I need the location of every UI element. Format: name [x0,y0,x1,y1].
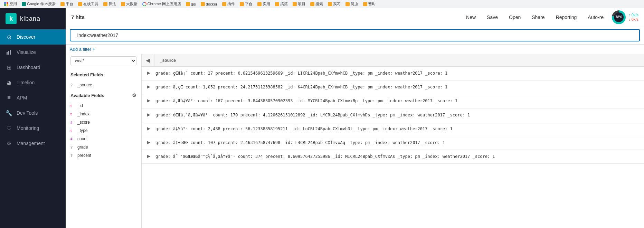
field-type-hash-icon2: # [70,137,75,141]
expand-row-button-2[interactable]: ▶ [147,98,152,103]
bookmark-7-label: gis [191,2,196,6]
bookmark-4[interactable]: 算法 [102,1,117,7]
sidebar-item-management[interactable]: ⚙ Management [0,136,66,151]
field-item-grade[interactable]: ? grade [66,143,141,151]
expand-row-button-3[interactable]: ▶ [147,112,152,117]
bookmark-10[interactable]: 平台 [238,1,254,7]
search-bar-container [66,26,644,45]
table-row: ▶ grade: çŒŒè¡¨ count: 27 precent: 0.621… [142,67,644,80]
open-button[interactable]: Open [506,13,523,21]
expand-row-button-1[interactable]: ▶ [147,84,152,89]
table-row: ▶ grade: éŒŒã‚ˆã‚Œâ‡¥â°· count: 179 prec… [142,108,644,122]
bookmark-13[interactable]: 项目 [291,1,307,7]
sidebar-item-timelion[interactable]: ◕ Timelion [0,75,66,90]
sidebar-item-visualize-label: Visualize [17,49,36,55]
bookmark-11[interactable]: 实用 [256,1,272,7]
field-item-precent[interactable]: ? precent [66,151,141,160]
field-precent-name: precent [77,153,91,158]
reporting-button[interactable]: Reporting [553,13,580,21]
bookmark-12[interactable]: 搞笑 [274,1,289,7]
new-button[interactable]: New [463,13,479,21]
sidebar-item-dashboard[interactable]: ⊞ Dashboard [0,60,66,75]
bookmark-7[interactable]: gis [184,2,197,7]
index-select[interactable]: wea* [70,56,136,65]
sidebar-item-management-label: Management [17,141,45,146]
field-count-name: count [77,136,87,141]
sidebar-item-discover[interactable]: ⊙ Discover [0,29,66,45]
bookmark-chrome[interactable]: Chrome 网上应用店 [141,1,182,7]
selected-fields-header: Selected Fields [66,69,141,81]
bookmark-1-label: Google 学术搜索 [27,1,56,7]
apm-icon: ≡ [6,94,12,101]
bookmark-9[interactable]: 插件 [221,1,236,7]
results-panel: ◀ _source ▶ grade: çŒŒè¡¨ count: 27 prec… [142,54,644,228]
share-button[interactable]: Share [529,13,547,21]
wrench-icon: 🔧 [6,110,12,116]
available-fields-header: Available Fields ⚙ [66,89,141,102]
field-item-count[interactable]: # count [66,135,141,143]
sidebar-item-devtools[interactable]: 🔧 Dev Tools [0,105,66,121]
expand-row-button-6[interactable]: ▶ [147,154,152,159]
content-area: wea* Selected Fields ? _source Available… [66,54,644,228]
table-row: ▶ grade: â‡¥â°· count: 2,438 precent: 56… [142,122,644,136]
field-item-id[interactable]: t _id [66,102,141,110]
bookmark-apps-label: 应用 [9,1,17,7]
top-toolbar: 7 hits New Save Open Share Reporting Aut… [66,8,644,26]
main-content: 7 hits New Save Open Share Reporting Aut… [66,8,644,228]
bookmark-8[interactable]: docker [199,2,219,7]
bookmark-14[interactable]: 搜索 [309,1,324,7]
bookmark-14-label: 搜索 [315,1,323,7]
index-selector: wea* [66,54,141,69]
settings-icon[interactable]: ⚙ [132,93,136,98]
bookmark-10-label: 平台 [245,1,253,7]
sidebar-item-monitoring[interactable]: ♡ Monitoring [0,121,66,136]
field-type-q-icon2: ? [70,154,75,158]
traffic-widget: 78% ↑ 0k/s ↓ 0k/s [612,10,638,24]
bookmark-13-label: 项目 [298,1,305,7]
table-row: ▶ grade: â˜¯'æŒŒæŒŒâ°°ç¾ˆã‚Œâ‡¥â°· count… [142,150,644,164]
bookmark-chrome-label: Chrome 网上应用店 [148,1,181,7]
field-item-type[interactable]: t _type [66,126,141,135]
bookmark-15[interactable]: 实习 [326,1,342,7]
bookmark-2[interactable]: 平台 [59,1,75,7]
autore-button[interactable]: Auto-re [585,13,606,21]
sidebar-logo: k kibana [0,8,66,29]
expand-row-button-4[interactable]: ▶ [147,126,152,131]
save-button[interactable]: Save [484,13,501,21]
field-item-score[interactable]: # _score [66,118,141,126]
expand-row-button-5[interactable]: ▶ [147,140,152,145]
bookmark-5[interactable]: 大数据 [120,1,139,7]
sidebar-item-monitoring-label: Monitoring [17,125,39,131]
sidebar-item-discover-label: Discover [17,34,35,40]
sidebar-item-timelion-label: Timelion [17,80,35,85]
selected-field-source[interactable]: ? _source [66,81,141,89]
sidebar-item-visualize[interactable]: Visualize [0,45,66,60]
bookmark-12-label: 搞笑 [280,1,288,7]
bookmark-apps[interactable]: 应用 [3,1,18,7]
table-row: ▶ grade: ã‚Œâ‡¥â°· count: 167 precent: 3… [142,94,644,108]
bookmark-1[interactable]: Google 学术搜索 [20,1,57,7]
bookmark-17[interactable]: 暂时 [362,1,377,7]
field-item-index[interactable]: t _index [66,110,141,118]
field-type-icon: ? [70,83,75,87]
traffic-up: ↑ 0k/s [628,13,638,17]
bookmark-15-label: 实习 [333,1,341,7]
kibana-icon: k [6,13,17,24]
bookmark-16[interactable]: 爬虫 [344,1,360,7]
toolbar-right: New Save Open Share Reporting Auto-re 78… [463,10,638,24]
svg-rect-0 [7,52,8,55]
result-content-5: grade: â‡±éŒŒ count: 107 precent: 2.4631… [155,140,638,146]
result-content-6: grade: â˜¯'æŒŒæŒŒâ°°ç¾ˆã‚Œâ‡¥â°· count: … [155,153,638,160]
bookmark-3-label: 在线工具 [83,1,98,7]
expand-row-button-0[interactable]: ▶ [147,70,152,75]
compass-icon: ⊙ [6,34,12,40]
collapse-panel-button[interactable]: ◀ [142,54,154,66]
search-input[interactable] [70,30,639,41]
bookmark-3[interactable]: 在线工具 [77,1,100,7]
field-grade-name: grade [77,145,88,150]
sidebar-item-apm[interactable]: ≡ APM [0,90,66,105]
results-header-bar: ◀ _source [142,54,644,67]
gear-icon: ⚙ [6,140,12,147]
kibana-app-name: kibana [20,15,40,22]
add-filter-button[interactable]: Add a filter + [70,47,95,52]
